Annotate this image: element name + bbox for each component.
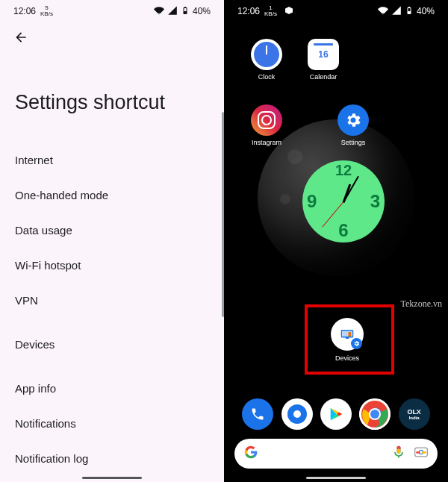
olx-sublabel: India <box>409 416 420 420</box>
status-bar: 12:06 1 KB/s 40% <box>224 0 448 22</box>
settings-shortcut-screen: 12:06 5 KB/s 40% Settings shortcut Inter… <box>0 0 224 482</box>
clock-num-3: 3 <box>370 191 380 212</box>
instagram-icon <box>251 104 282 136</box>
app-calendar[interactable]: 16 Calendar <box>306 39 340 81</box>
svg-rect-0 <box>349 332 352 337</box>
list-item[interactable]: Notification log <box>15 441 224 476</box>
status-network-speed: 5 KB/s <box>40 5 53 17</box>
status-battery-pct: 40% <box>193 6 211 16</box>
app-label: Calendar <box>310 73 337 81</box>
status-time: 12:06 <box>13 6 36 16</box>
list-item[interactable]: Notifications <box>15 406 224 441</box>
wifi-icon <box>154 5 164 18</box>
nav-bar[interactable] <box>82 477 142 479</box>
app-clock[interactable]: Clock <box>249 39 284 81</box>
dock: OLX India <box>224 398 448 430</box>
app-label: Instagram <box>252 139 281 146</box>
clock-minute-hand <box>343 176 359 203</box>
list-item[interactable]: One-handed mode <box>15 178 224 213</box>
messages-icon[interactable] <box>281 398 313 430</box>
calendar-icon: 16 <box>308 39 339 70</box>
list-item[interactable]: Wi-Fi hotspot <box>15 248 224 283</box>
clock-widget[interactable]: 12 3 6 9 <box>302 160 385 242</box>
clock-icon <box>251 39 282 70</box>
play-store-icon[interactable] <box>320 398 352 430</box>
status-time: 12:06 <box>237 6 260 16</box>
olx-icon[interactable]: OLX India <box>399 398 430 430</box>
list-item[interactable]: Internet <box>15 143 224 178</box>
app-instagram[interactable]: Instagram <box>249 104 284 146</box>
devices-shortcut[interactable]: Devices <box>331 318 364 362</box>
nav-bar[interactable] <box>306 477 366 479</box>
olx-label: OLX <box>407 409 421 416</box>
app-label: Clock <box>258 73 276 81</box>
app-label: Settings <box>341 139 366 146</box>
battery-icon <box>405 5 414 18</box>
signal-icon <box>391 5 402 18</box>
app-settings[interactable]: Settings <box>336 104 370 146</box>
shortcut-label: Devices <box>335 354 359 362</box>
wifi-icon <box>378 5 388 18</box>
home-screen: 12:06 1 KB/s 40% 12 3 6 <box>224 0 448 482</box>
status-bar: 12:06 5 KB/s 40% <box>0 0 224 22</box>
page-title: Settings shortcut <box>0 55 224 143</box>
list-item[interactable]: Data usage <box>15 213 224 248</box>
search-bar[interactable] <box>234 439 438 469</box>
watermark: Tekzone.vn <box>401 298 442 310</box>
svg-rect-9 <box>416 451 420 454</box>
clock-num-6: 6 <box>338 220 348 241</box>
google-logo-icon <box>243 445 258 463</box>
shortcut-list: Internet One-handed mode Data usage Wi-F… <box>0 143 224 476</box>
svg-point-4 <box>370 410 379 419</box>
clock-num-9: 9 <box>307 191 317 212</box>
battery-icon <box>181 5 190 18</box>
status-network-speed: 1 KB/s <box>264 5 277 17</box>
status-battery-pct: 40% <box>417 6 435 16</box>
chrome-icon[interactable] <box>359 398 391 430</box>
phone-icon[interactable] <box>242 398 273 430</box>
signal-icon <box>167 5 178 18</box>
list-item[interactable]: Devices <box>15 327 224 362</box>
mic-icon[interactable] <box>391 445 406 463</box>
back-icon[interactable] <box>13 30 28 45</box>
clock-num-12: 12 <box>335 162 352 179</box>
gear-badge-icon <box>351 338 362 349</box>
devices-icon <box>331 318 364 351</box>
camera-icon[interactable] <box>414 445 429 463</box>
dnd-icon <box>284 6 293 17</box>
svg-rect-8 <box>422 451 426 454</box>
gear-icon <box>337 104 369 136</box>
list-item[interactable]: App info <box>15 371 224 406</box>
list-item[interactable]: VPN <box>15 283 224 318</box>
